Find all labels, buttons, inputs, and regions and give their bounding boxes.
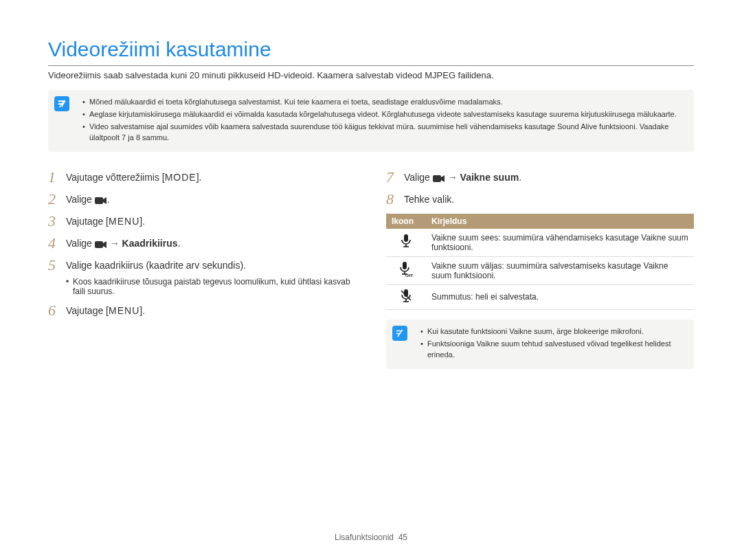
options-table: Ikoon Kirjeldus Vaikne suum sees: suumim…: [386, 214, 694, 310]
step-text: Tehke valik.: [404, 192, 454, 205]
step-6: 6 Vajutage [MENU].: [48, 303, 356, 318]
svg-rect-2: [433, 175, 441, 182]
top-note-item: Mõned mälukaardid ei toeta kõrglahutuseg…: [82, 97, 687, 108]
step-5-note: Koos kaadrikiiruse tõusuga paistab tegev…: [66, 277, 356, 296]
note-icon: [54, 96, 69, 111]
top-notes-box: Mõned mälukaardid ei toeta kõrglahutuseg…: [48, 90, 694, 152]
arrow-icon: →: [448, 172, 458, 183]
menu-label: MENU: [109, 216, 139, 227]
arrow-icon: →: [110, 238, 120, 249]
footer-label: Lisafunktsioonid: [335, 533, 394, 542]
table-row-bold: Vaikne suum sees: [431, 233, 498, 243]
step-text: .: [107, 194, 110, 205]
step-7: 7 Valige → Vaikne suum.: [386, 170, 694, 185]
menu-label: MENU: [109, 305, 139, 316]
video-camera-icon: [95, 196, 107, 207]
step-text: ].: [139, 216, 145, 227]
step-number: 5: [48, 258, 66, 273]
mic-off-icon: OFF: [399, 262, 413, 279]
step-text: .: [519, 172, 521, 183]
step-number: 6: [48, 303, 66, 318]
step-number: 2: [48, 192, 66, 207]
svg-rect-3: [404, 234, 408, 242]
mic-on-icon: [401, 234, 412, 250]
svg-rect-1: [95, 241, 103, 248]
step-text: Vajutage [: [66, 305, 109, 316]
table-row-text: : heli ei salvestata.: [471, 292, 539, 302]
step-text: Valige: [66, 194, 95, 205]
bottom-notes-box: Kui kasutate funktsiooni Vaikne suum, är…: [386, 320, 694, 369]
table-row: Summutus: heli ei salvestata.: [386, 284, 694, 309]
table-row: OFF Vaikne suum väljas: suumimüra salves…: [386, 256, 694, 284]
table-header-desc: Kirjeldus: [426, 214, 694, 229]
svg-rect-6: [403, 262, 407, 269]
top-note-item: Aeglase kirjutamiskiirusega mälukaardid …: [82, 109, 687, 120]
step-5: 5 Valige kaadrikiirus (kaadrite arv seku…: [48, 258, 356, 273]
intro-text: Videorežiimis saab salvestada kuni 20 mi…: [48, 70, 694, 80]
step-bold: Kaadrikiirus: [122, 238, 178, 249]
page-footer: Lisafunktsioonid 45: [0, 533, 742, 542]
step-text: .: [178, 238, 181, 249]
table-row: Vaikne suum sees: suumimüra vähendamisek…: [386, 229, 694, 257]
mode-label: MODE: [165, 172, 196, 183]
svg-rect-0: [95, 197, 103, 204]
step-text: Valige: [404, 172, 433, 183]
step-3: 3 Vajutage [MENU].: [48, 214, 356, 229]
top-note-item: Video salvestamise ajal suumides võib ka…: [82, 122, 687, 144]
step-text: Valige kaadrikiirus (kaadrite arv sekund…: [66, 258, 246, 271]
video-camera-icon: [95, 240, 107, 251]
page-title: Videorežiimi kasutamine: [48, 38, 694, 61]
video-camera-icon: [433, 174, 445, 185]
step-4: 4 Valige → Kaadrikiirus.: [48, 236, 356, 251]
title-divider: [48, 65, 694, 66]
step-number: 1: [48, 170, 66, 185]
step-text: ].: [139, 305, 145, 316]
step-text: Vajutage võtterežiimis [: [66, 172, 165, 183]
mic-mute-icon: [401, 289, 412, 305]
step-number: 4: [48, 236, 66, 251]
step-1: 1 Vajutage võtterežiimis [MODE].: [48, 170, 356, 185]
bottom-note-item: Kui kasutate funktsiooni Vaikne suum, är…: [420, 326, 687, 337]
step-2: 2 Valige .: [48, 192, 356, 207]
table-header-icon: Ikoon: [386, 214, 426, 229]
table-row-bold: Summutus: [431, 292, 471, 302]
right-column: 7 Valige → Vaikne suum. 8 Tehke valik.: [386, 170, 694, 387]
svg-text:OFF: OFF: [405, 273, 413, 277]
step-8: 8 Tehke valik.: [386, 192, 694, 207]
step-number: 3: [48, 214, 66, 229]
step-text: Valige: [66, 238, 95, 249]
table-row-bold: Vaikne suum väljas: [431, 261, 502, 271]
bottom-note-item: Funktsiooniga Vaikne suum tehtud salvest…: [420, 339, 687, 361]
step-number: 7: [386, 170, 404, 185]
footer-page-number: 45: [398, 533, 407, 542]
note-icon: [392, 326, 407, 341]
step-text: ].: [196, 172, 202, 183]
step-text: Vajutage [: [66, 216, 109, 227]
step-number: 8: [386, 192, 404, 207]
left-column: 1 Vajutage võtterežiimis [MODE]. 2 Valig…: [48, 170, 356, 387]
step-bold: Vaikne suum: [460, 172, 519, 183]
